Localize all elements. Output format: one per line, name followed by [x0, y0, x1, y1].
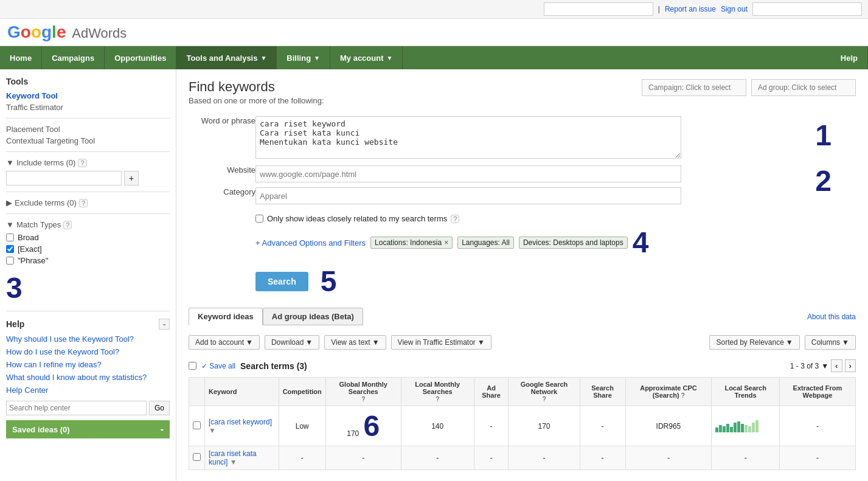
language-filter-tag: Languages: All [457, 237, 514, 249]
row1-keyword-link[interactable]: [cara riset keyword] [209, 418, 272, 426]
help-collapse-btn[interactable]: - [159, 319, 170, 330]
match-types-section[interactable]: ▼ Match Types ? [6, 220, 170, 229]
tab-adgroup-ideas[interactable]: Ad group ideas (Beta) [263, 308, 363, 325]
report-issue-link[interactable]: Report an issue [665, 5, 716, 13]
col-google-search[interactable]: Google Search Network? [509, 378, 580, 406]
help-link-4[interactable]: What should I know about my statistics? [6, 373, 170, 382]
table-row: [cara riset keyword] ▼ Low 170 6 140 - 1… [189, 406, 856, 446]
adgroup-selector[interactable] [751, 79, 856, 96]
about-data-link[interactable]: About this data [807, 313, 856, 321]
col-keyword[interactable]: Keyword [205, 378, 279, 406]
find-keywords-header: Find keywords Based on one or more of th… [189, 79, 856, 105]
help-search-go-btn[interactable]: Go [149, 401, 170, 415]
col-local-monthly[interactable]: Local Monthly Searches? [401, 378, 474, 406]
exclude-terms-section[interactable]: ▶ Exclude terms (0) ? [6, 198, 170, 207]
help-link-3[interactable]: How can I refine my ideas? [6, 360, 170, 369]
exclude-terms-help[interactable]: ? [79, 199, 88, 207]
columns-btn[interactable]: Columns ▼ [805, 335, 856, 350]
search-button[interactable]: Search [255, 272, 308, 291]
sidebar-placement-tool[interactable]: Placement Tool [6, 125, 170, 134]
search-form: Word or phrase cara riset keyword Cara r… [189, 114, 856, 207]
advanced-options-link[interactable]: + Advanced Options and Filters [255, 238, 366, 247]
row1-google-search: 170 [509, 406, 580, 446]
nav-tools[interactable]: Tools and Analysis ▼ [176, 46, 277, 69]
sign-out-link[interactable]: Sign out [721, 5, 748, 13]
add-to-account-label: Add to account [195, 338, 244, 347]
sorted-by-btn[interactable]: Sorted by Relevance ▼ [709, 335, 799, 350]
col-extracted[interactable]: Extracted From Webpage [779, 378, 855, 406]
bar11 [752, 423, 755, 432]
col-global-monthly[interactable]: Global Monthly Searches? [325, 378, 401, 406]
col-cpc[interactable]: Approximate CPC (Search) ? [625, 378, 712, 406]
row1-keyword-dropdown[interactable]: ▼ [209, 426, 216, 435]
help-link-1[interactable]: Why should I use the Keyword Tool? [6, 334, 170, 344]
campaign-selector[interactable] [642, 79, 746, 96]
nav-opportunities[interactable]: Opportunities [105, 46, 176, 69]
tab-keyword-ideas[interactable]: Keyword ideas [189, 308, 263, 325]
row1-checkbox[interactable] [193, 421, 201, 429]
saved-ideas-label: Saved ideas (0) [12, 425, 70, 434]
match-phrase-row: "Phrase" [6, 256, 170, 265]
word-phrase-input[interactable]: cara riset keyword Cara riset kata kunci… [255, 116, 681, 159]
nav-home[interactable]: Home [0, 46, 42, 69]
bar2 [719, 425, 722, 432]
columns-arrow: ▼ [842, 338, 849, 347]
top-search-input-right[interactable] [752, 2, 862, 16]
sidebar: Tools Keyword Tool Traffic Estimator Pla… [0, 69, 176, 481]
match-types-help[interactable]: ? [63, 221, 72, 229]
include-terms-input[interactable] [6, 171, 122, 185]
row2-keyword-dropdown[interactable]: ▼ [230, 458, 237, 466]
row1-search-share: - [580, 406, 625, 446]
row1-global: 170 6 [325, 406, 401, 446]
sidebar-traffic-estimator[interactable]: Traffic Estimator [6, 103, 170, 112]
include-terms-section[interactable]: ▼ Include terms (0) ? [6, 158, 170, 167]
save-all-btn[interactable]: ✓ Save all [201, 362, 235, 370]
location-filter-tag: Locations: Indonesia × [370, 237, 453, 249]
view-as-text-btn[interactable]: View as text ▼ [324, 335, 386, 350]
col-ad-share[interactable]: Ad Share [474, 378, 509, 406]
saved-ideas-collapse[interactable]: - [161, 424, 164, 435]
annotation-6: 6 [364, 410, 380, 442]
top-search-input[interactable] [544, 2, 653, 16]
sidebar-contextual-targeting[interactable]: Contextual Targeting Tool [6, 136, 170, 145]
col-trends[interactable]: Local Search Trends [712, 378, 780, 406]
saved-ideas-bar[interactable]: Saved ideas (0) - [6, 420, 170, 438]
view-in-traffic-btn[interactable]: View in Traffic Estimator ▼ [391, 335, 491, 350]
sidebar-keyword-tool[interactable]: Keyword Tool [6, 91, 170, 100]
match-exact-checkbox[interactable] [6, 245, 14, 253]
select-all-checkbox[interactable] [189, 362, 196, 370]
location-filter-close[interactable]: × [444, 238, 448, 247]
help-center-link[interactable]: Help Center [6, 386, 170, 395]
campaign-selectors [642, 79, 856, 96]
nav-billing[interactable]: Billing ▼ [277, 46, 330, 69]
col-search-share[interactable]: Search Share [580, 378, 625, 406]
nav-campaigns[interactable]: Campaigns [42, 46, 105, 69]
download-label: Download [271, 338, 304, 347]
pagination-next-btn[interactable]: › [845, 359, 856, 372]
website-input[interactable] [255, 165, 681, 182]
include-terms-help[interactable]: ? [78, 159, 86, 167]
account-dropdown-arrow: ▼ [387, 55, 393, 61]
nav-account[interactable]: My account ▼ [330, 46, 403, 69]
match-phrase-checkbox[interactable] [6, 257, 14, 265]
help-search-row: Go [6, 401, 170, 415]
main-layout: Tools Keyword Tool Traffic Estimator Pla… [0, 69, 868, 481]
col-checkbox [189, 378, 205, 406]
col-competition[interactable]: Competition [279, 378, 325, 406]
content-area: Find keywords Based on one or more of th… [176, 69, 868, 481]
save-all-label: ✓ Save all [201, 362, 235, 370]
sidebar-divider-1 [6, 118, 170, 119]
related-checkbox[interactable] [255, 215, 263, 223]
row2-checkbox[interactable] [193, 453, 201, 461]
help-link-2[interactable]: How do I use the Keyword Tool? [6, 347, 170, 356]
category-input[interactable] [255, 187, 681, 204]
help-search-input[interactable] [6, 401, 147, 415]
include-terms-add-btn[interactable]: + [124, 171, 139, 185]
download-btn[interactable]: Download ▼ [265, 335, 319, 350]
match-broad-checkbox[interactable] [6, 234, 14, 241]
related-help[interactable]: ? [451, 215, 459, 223]
nav-help[interactable]: Help [831, 46, 868, 69]
pagination-prev-btn[interactable]: ‹ [831, 359, 842, 372]
language-filter-label: Languages: All [462, 238, 510, 247]
add-to-account-btn[interactable]: Add to account ▼ [189, 335, 260, 350]
